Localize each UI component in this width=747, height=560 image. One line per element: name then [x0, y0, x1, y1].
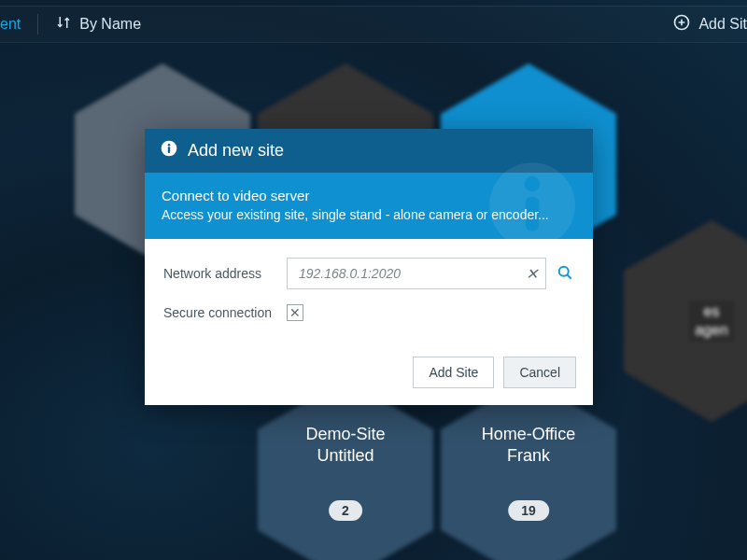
svg-point-7	[559, 266, 569, 275]
svg-rect-3	[168, 147, 170, 153]
add-site-button[interactable]: Add Site	[413, 357, 494, 388]
network-address-value: 192.168.0.1:2020	[299, 266, 526, 281]
network-address-label: Network address	[163, 266, 287, 281]
site-tile[interactable]: esagen	[624, 271, 747, 371]
sort-label: By Name	[79, 16, 141, 33]
secure-connection-checkbox[interactable]: ✕	[287, 304, 303, 321]
modal-sub-description: Access your existing site, single stand …	[162, 207, 576, 222]
svg-point-2	[168, 144, 171, 147]
clear-input-icon[interactable]: ✕	[526, 265, 538, 283]
site-label: Demo-SiteUntitled	[258, 424, 433, 468]
info-icon	[160, 139, 178, 162]
secure-connection-row: Secure connection ✕	[163, 304, 574, 321]
search-icon[interactable]	[556, 263, 574, 285]
cancel-button[interactable]: Cancel	[503, 357, 576, 388]
sort-control[interactable]: By Name	[55, 14, 141, 35]
top-toolbar: ent By Name Add Sit	[0, 6, 747, 43]
modal-actions: Add Site Cancel	[145, 343, 593, 405]
network-address-row: Network address 192.168.0.1:2020 ✕	[163, 258, 574, 289]
add-site-toolbar-button[interactable]: Add Sit	[672, 13, 747, 35]
site-count-badge: 19	[508, 500, 549, 521]
modal-title: Add new site	[188, 141, 284, 161]
site-tile-label: esagen	[689, 301, 734, 342]
site-count-badge: 2	[329, 500, 362, 521]
toolbar-left: ent By Name	[0, 14, 141, 35]
modal-subheader: Connect to video server Access your exis…	[145, 173, 593, 239]
secure-connection-label: Secure connection	[163, 305, 287, 320]
add-site-toolbar-label: Add Sit	[698, 16, 747, 33]
site-label: Home-OfficeFrank	[441, 424, 616, 468]
separator	[37, 14, 38, 35]
svg-point-5	[525, 176, 541, 192]
add-site-modal: Add new site Connect to video server Acc…	[145, 129, 593, 405]
network-address-input[interactable]: 192.168.0.1:2020 ✕	[287, 258, 546, 289]
current-indicator[interactable]: ent	[0, 16, 21, 33]
sort-icon	[55, 14, 72, 35]
plus-circle-icon	[672, 13, 691, 35]
